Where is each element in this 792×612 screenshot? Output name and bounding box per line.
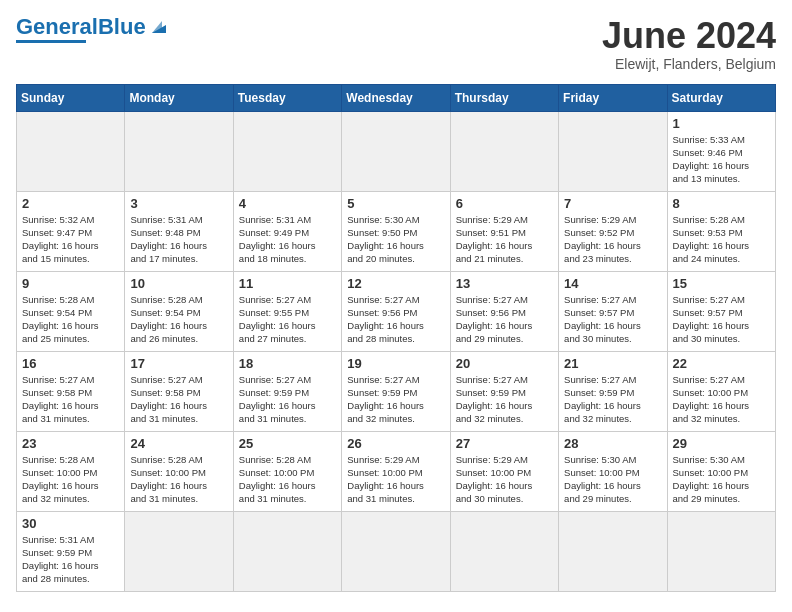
calendar-week-row: 1Sunrise: 5:33 AM Sunset: 9:46 PM Daylig…	[17, 111, 776, 191]
day-info: Sunrise: 5:28 AM Sunset: 9:53 PM Dayligh…	[673, 213, 770, 266]
day-number: 29	[673, 436, 770, 451]
day-number: 4	[239, 196, 336, 211]
location: Elewijt, Flanders, Belgium	[602, 56, 776, 72]
calendar-cell	[450, 511, 558, 591]
day-number: 11	[239, 276, 336, 291]
header-day-thursday: Thursday	[450, 84, 558, 111]
calendar-cell: 10Sunrise: 5:28 AM Sunset: 9:54 PM Dayli…	[125, 271, 233, 351]
day-info: Sunrise: 5:29 AM Sunset: 10:00 PM Daylig…	[456, 453, 553, 506]
calendar-cell: 5Sunrise: 5:30 AM Sunset: 9:50 PM Daylig…	[342, 191, 450, 271]
logo-underline	[16, 40, 86, 43]
calendar-cell	[667, 511, 775, 591]
day-info: Sunrise: 5:32 AM Sunset: 9:47 PM Dayligh…	[22, 213, 119, 266]
day-number: 22	[673, 356, 770, 371]
day-info: Sunrise: 5:27 AM Sunset: 9:59 PM Dayligh…	[564, 373, 661, 426]
day-number: 3	[130, 196, 227, 211]
title-area: June 2024 Elewijt, Flanders, Belgium	[602, 16, 776, 72]
calendar-cell: 18Sunrise: 5:27 AM Sunset: 9:59 PM Dayli…	[233, 351, 341, 431]
day-number: 19	[347, 356, 444, 371]
calendar-cell: 9Sunrise: 5:28 AM Sunset: 9:54 PM Daylig…	[17, 271, 125, 351]
day-number: 10	[130, 276, 227, 291]
calendar-cell	[17, 111, 125, 191]
day-info: Sunrise: 5:28 AM Sunset: 9:54 PM Dayligh…	[130, 293, 227, 346]
calendar-cell: 26Sunrise: 5:29 AM Sunset: 10:00 PM Dayl…	[342, 431, 450, 511]
header-day-tuesday: Tuesday	[233, 84, 341, 111]
calendar-cell: 1Sunrise: 5:33 AM Sunset: 9:46 PM Daylig…	[667, 111, 775, 191]
logo-icon	[148, 15, 170, 37]
calendar-cell: 3Sunrise: 5:31 AM Sunset: 9:48 PM Daylig…	[125, 191, 233, 271]
calendar-cell	[559, 511, 667, 591]
day-number: 26	[347, 436, 444, 451]
day-number: 9	[22, 276, 119, 291]
day-info: Sunrise: 5:28 AM Sunset: 9:54 PM Dayligh…	[22, 293, 119, 346]
month-title: June 2024	[602, 16, 776, 56]
calendar: SundayMondayTuesdayWednesdayThursdayFrid…	[16, 84, 776, 592]
header-day-monday: Monday	[125, 84, 233, 111]
day-number: 21	[564, 356, 661, 371]
calendar-cell: 13Sunrise: 5:27 AM Sunset: 9:56 PM Dayli…	[450, 271, 558, 351]
calendar-cell: 4Sunrise: 5:31 AM Sunset: 9:49 PM Daylig…	[233, 191, 341, 271]
calendar-cell: 14Sunrise: 5:27 AM Sunset: 9:57 PM Dayli…	[559, 271, 667, 351]
calendar-cell: 20Sunrise: 5:27 AM Sunset: 9:59 PM Dayli…	[450, 351, 558, 431]
header-day-sunday: Sunday	[17, 84, 125, 111]
day-info: Sunrise: 5:31 AM Sunset: 9:48 PM Dayligh…	[130, 213, 227, 266]
calendar-week-row: 9Sunrise: 5:28 AM Sunset: 9:54 PM Daylig…	[17, 271, 776, 351]
day-info: Sunrise: 5:27 AM Sunset: 9:58 PM Dayligh…	[130, 373, 227, 426]
calendar-cell: 19Sunrise: 5:27 AM Sunset: 9:59 PM Dayli…	[342, 351, 450, 431]
calendar-cell: 29Sunrise: 5:30 AM Sunset: 10:00 PM Dayl…	[667, 431, 775, 511]
calendar-cell: 21Sunrise: 5:27 AM Sunset: 9:59 PM Dayli…	[559, 351, 667, 431]
calendar-cell: 27Sunrise: 5:29 AM Sunset: 10:00 PM Dayl…	[450, 431, 558, 511]
header-day-wednesday: Wednesday	[342, 84, 450, 111]
day-info: Sunrise: 5:30 AM Sunset: 10:00 PM Daylig…	[564, 453, 661, 506]
calendar-cell	[559, 111, 667, 191]
day-number: 17	[130, 356, 227, 371]
calendar-cell	[342, 111, 450, 191]
day-number: 2	[22, 196, 119, 211]
day-number: 15	[673, 276, 770, 291]
calendar-cell	[450, 111, 558, 191]
logo-text: GeneralBlue	[16, 16, 146, 38]
day-info: Sunrise: 5:29 AM Sunset: 10:00 PM Daylig…	[347, 453, 444, 506]
day-info: Sunrise: 5:27 AM Sunset: 9:55 PM Dayligh…	[239, 293, 336, 346]
day-number: 14	[564, 276, 661, 291]
day-info: Sunrise: 5:28 AM Sunset: 10:00 PM Daylig…	[130, 453, 227, 506]
calendar-cell: 30Sunrise: 5:31 AM Sunset: 9:59 PM Dayli…	[17, 511, 125, 591]
calendar-cell: 25Sunrise: 5:28 AM Sunset: 10:00 PM Dayl…	[233, 431, 341, 511]
day-info: Sunrise: 5:27 AM Sunset: 10:00 PM Daylig…	[673, 373, 770, 426]
day-number: 6	[456, 196, 553, 211]
calendar-cell: 11Sunrise: 5:27 AM Sunset: 9:55 PM Dayli…	[233, 271, 341, 351]
calendar-cell: 6Sunrise: 5:29 AM Sunset: 9:51 PM Daylig…	[450, 191, 558, 271]
day-info: Sunrise: 5:27 AM Sunset: 9:58 PM Dayligh…	[22, 373, 119, 426]
day-info: Sunrise: 5:31 AM Sunset: 9:49 PM Dayligh…	[239, 213, 336, 266]
calendar-cell	[125, 511, 233, 591]
day-info: Sunrise: 5:27 AM Sunset: 9:59 PM Dayligh…	[456, 373, 553, 426]
calendar-cell: 7Sunrise: 5:29 AM Sunset: 9:52 PM Daylig…	[559, 191, 667, 271]
day-number: 28	[564, 436, 661, 451]
day-info: Sunrise: 5:30 AM Sunset: 9:50 PM Dayligh…	[347, 213, 444, 266]
header-day-friday: Friday	[559, 84, 667, 111]
day-number: 30	[22, 516, 119, 531]
calendar-week-row: 16Sunrise: 5:27 AM Sunset: 9:58 PM Dayli…	[17, 351, 776, 431]
logo-general: General	[16, 14, 98, 39]
day-info: Sunrise: 5:27 AM Sunset: 9:59 PM Dayligh…	[347, 373, 444, 426]
calendar-cell: 22Sunrise: 5:27 AM Sunset: 10:00 PM Dayl…	[667, 351, 775, 431]
day-info: Sunrise: 5:31 AM Sunset: 9:59 PM Dayligh…	[22, 533, 119, 586]
calendar-cell: 17Sunrise: 5:27 AM Sunset: 9:58 PM Dayli…	[125, 351, 233, 431]
calendar-header-row: SundayMondayTuesdayWednesdayThursdayFrid…	[17, 84, 776, 111]
calendar-week-row: 30Sunrise: 5:31 AM Sunset: 9:59 PM Dayli…	[17, 511, 776, 591]
day-info: Sunrise: 5:28 AM Sunset: 10:00 PM Daylig…	[239, 453, 336, 506]
logo-blue: Blue	[98, 14, 146, 39]
day-info: Sunrise: 5:30 AM Sunset: 10:00 PM Daylig…	[673, 453, 770, 506]
calendar-week-row: 2Sunrise: 5:32 AM Sunset: 9:47 PM Daylig…	[17, 191, 776, 271]
day-info: Sunrise: 5:29 AM Sunset: 9:51 PM Dayligh…	[456, 213, 553, 266]
day-number: 5	[347, 196, 444, 211]
day-number: 12	[347, 276, 444, 291]
calendar-cell	[125, 111, 233, 191]
calendar-cell	[342, 511, 450, 591]
day-info: Sunrise: 5:27 AM Sunset: 9:59 PM Dayligh…	[239, 373, 336, 426]
day-number: 27	[456, 436, 553, 451]
calendar-cell	[233, 111, 341, 191]
day-info: Sunrise: 5:27 AM Sunset: 9:57 PM Dayligh…	[564, 293, 661, 346]
calendar-cell: 23Sunrise: 5:28 AM Sunset: 10:00 PM Dayl…	[17, 431, 125, 511]
day-number: 24	[130, 436, 227, 451]
